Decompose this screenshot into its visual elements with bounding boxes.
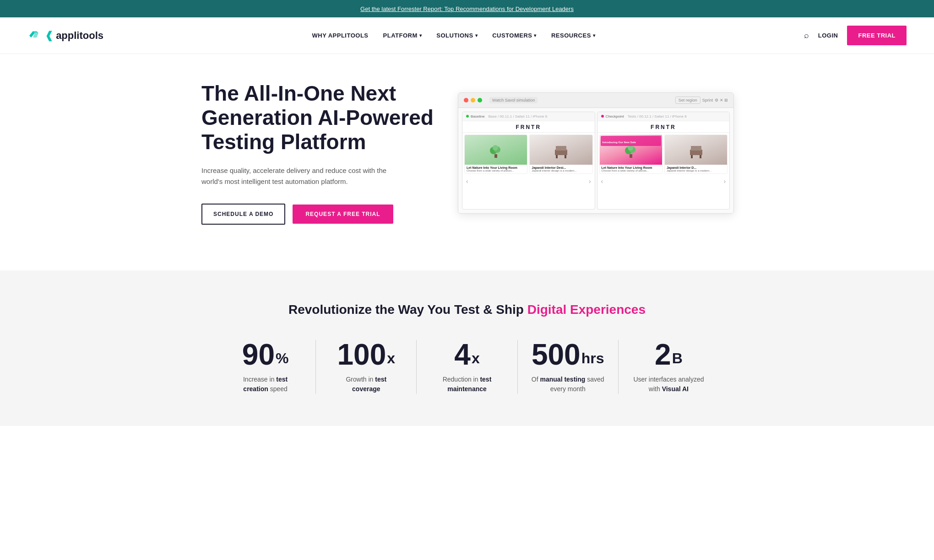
request-trial-button[interactable]: REQUEST A FREE TRIAL	[293, 205, 393, 224]
product-image-wood	[530, 135, 592, 165]
logo[interactable]: ❰ applitools	[27, 28, 103, 43]
stat-desc-test-creation: Increase in testcreation speed	[229, 375, 302, 394]
browser-chrome: Watch Savol simulation Set region Sprint…	[458, 93, 733, 108]
stat-number-500: 500 hrs	[532, 340, 604, 369]
stat-visual-ai: 2 B User interfaces analyzedwith Visual …	[619, 340, 719, 394]
baseline-status-icon	[466, 115, 469, 118]
svg-rect-11	[630, 154, 632, 158]
chevron-down-icon: ▾	[534, 33, 537, 38]
chevron-down-icon: ▾	[419, 33, 422, 38]
stat-desc-test-coverage: Growth in testcoverage	[330, 375, 402, 394]
checkpoint-product-card-2: Japandi Interior D... Japandi interior d…	[664, 135, 728, 174]
applitools-logo-icon	[27, 28, 42, 43]
frntr-brand-checkpoint: FRNTR	[597, 121, 730, 133]
next-arrow-icon[interactable]: ›	[589, 178, 591, 185]
nav-item-solutions[interactable]: SOLUTIONS ▾	[436, 32, 478, 39]
nav-item-resources[interactable]: RESOURCES ▾	[551, 32, 595, 39]
stat-test-coverage: 100 x Growth in testcoverage	[316, 340, 417, 394]
card-with-diff: Introducing Our New Sale	[600, 135, 662, 165]
frntr-brand-baseline: FRNTR	[462, 121, 595, 133]
nav-item-platform[interactable]: PLATFORM ▾	[383, 32, 422, 39]
forrester-report-link[interactable]: Get the latest Forrester Report: Top Rec…	[360, 5, 574, 12]
hero-content: The All-In-One Next Generation AI-Powere…	[201, 81, 440, 225]
stat-number-2: 2 B	[632, 340, 705, 369]
checkpoint-prev-arrow-icon[interactable]: ‹	[601, 178, 603, 185]
close-window-icon	[464, 98, 468, 102]
search-icon[interactable]: ⌕	[804, 31, 809, 40]
stats-grid: 90 % Increase in testcreation speed 100 …	[215, 340, 719, 394]
hero-screenshot: Watch Savol simulation Set region Sprint…	[458, 92, 734, 214]
product-image-diff: Introducing Our New Sale	[600, 135, 662, 165]
stats-heading: Revolutionize the Way You Test & Ship Di…	[27, 302, 907, 317]
checkpoint-panel: Checkpoint Tests / 00.12.1 / Safari 11 /…	[597, 112, 730, 210]
svg-rect-9	[565, 155, 566, 158]
baseline-panel-header: Baseline Base / 00.11.1 / Safari 11 / iP…	[462, 112, 595, 121]
chevron-down-icon: ▾	[593, 33, 596, 38]
logo-name: ❰ applitools	[45, 30, 103, 42]
top-banner: Get the latest Forrester Report: Top Rec…	[0, 0, 934, 17]
hero-section: The All-In-One Next Generation AI-Powere…	[147, 54, 787, 261]
toolbar-icons: ⚙ ✕ ⊞	[715, 98, 728, 102]
free-trial-button[interactable]: FREE TRIAL	[847, 26, 907, 45]
nav-item-why[interactable]: WHY APPLITOOLS	[312, 32, 368, 39]
product-card-2-text: Japandi Interior Desi... Japandi interio…	[530, 165, 592, 173]
stat-test-maintenance: 4 x Reduction in testmaintenance	[417, 340, 517, 394]
stats-section: Revolutionize the Way You Test & Ship Di…	[0, 270, 934, 426]
checkpoint-label: Checkpoint	[606, 114, 624, 118]
browser-window-controls	[464, 98, 482, 102]
set-region-button[interactable]: Set region	[675, 97, 700, 104]
checkpoint-carousel-nav: ‹ ›	[597, 176, 730, 187]
svg-point-6	[493, 145, 498, 151]
prev-arrow-icon[interactable]: ‹	[466, 178, 468, 185]
checkpoint-card-2-text: Japandi Interior D... Japandi interior d…	[665, 165, 727, 173]
checkpoint-next-arrow-icon[interactable]: ›	[724, 178, 726, 185]
svg-rect-17	[700, 155, 701, 158]
stat-manual-testing: 500 hrs Of manual testing savedevery mon…	[518, 340, 619, 394]
stat-number-90: 90 %	[229, 340, 302, 369]
schedule-demo-button[interactable]: SCHEDULE A DEMO	[201, 204, 285, 225]
product-card-1: Let Nature Into Your Living Room Choose …	[464, 135, 527, 174]
diff-text: Introducing Our New Sale	[603, 141, 636, 144]
svg-rect-8	[556, 155, 558, 158]
expand-window-icon	[478, 98, 482, 102]
product-image-plant	[465, 135, 527, 165]
baseline-products: Let Nature Into Your Living Room Choose …	[462, 133, 595, 176]
baseline-panel: Baseline Base / 00.11.1 / Safari 11 / iP…	[462, 112, 595, 210]
svg-rect-10	[556, 146, 566, 151]
stat-desc-test-maintenance: Reduction in testmaintenance	[430, 375, 503, 394]
comparison-view: Baseline Base / 00.11.1 / Safari 11 / iP…	[458, 108, 733, 213]
checkpoint-device-info: Tests / 00.12.1 / Safari 11 / iPhone 8	[628, 114, 687, 118]
svg-rect-18	[691, 146, 701, 151]
hero-subtitle: Increase quality, accelerate delivery an…	[201, 165, 394, 187]
stat-test-creation: 90 % Increase in testcreation speed	[215, 340, 316, 394]
login-button[interactable]: LOGIN	[818, 32, 838, 39]
furniture-illustration-2	[688, 140, 704, 159]
product-card-1-text: Let Nature Into Your Living Room Choose …	[465, 165, 527, 173]
nav-links: WHY APPLITOOLS PLATFORM ▾ SOLUTIONS ▾ CU…	[312, 32, 595, 39]
svg-rect-16	[691, 155, 693, 158]
carousel-nav: ‹ ›	[462, 176, 595, 187]
chevron-down-icon: ▾	[475, 33, 478, 38]
navbar: ❰ applitools WHY APPLITOOLS PLATFORM ▾ S…	[0, 17, 934, 54]
nav-right: ⌕ LOGIN FREE TRIAL	[804, 26, 907, 45]
svg-rect-3	[494, 154, 497, 158]
baseline-device-info: Base / 00.11.1 / Safari 11 / iPhone 8	[489, 114, 548, 118]
checkpoint-panel-header: Checkpoint Tests / 00.12.1 / Safari 11 /…	[597, 112, 730, 121]
stat-number-100: 100 x	[330, 340, 402, 369]
baseline-label: Baseline	[471, 114, 485, 118]
checkpoint-card-1-text: Let Nature Into Your Living Room Choose …	[600, 165, 662, 173]
product-card-2: Japandi Interior Desi... Japandi interio…	[529, 135, 592, 174]
hero-buttons: SCHEDULE A DEMO REQUEST A FREE TRIAL	[201, 204, 440, 225]
nav-item-customers[interactable]: CUSTOMERS ▾	[492, 32, 537, 39]
stat-desc-visual-ai: User interfaces analyzedwith Visual AI	[632, 375, 705, 394]
checkpoint-status-icon	[601, 115, 604, 118]
stat-number-4: 4 x	[430, 340, 503, 369]
product-screenshot: Watch Savol simulation Set region Sprint…	[458, 92, 734, 214]
furniture-illustration	[553, 140, 569, 159]
stat-desc-manual-testing: Of manual testing savedevery month	[532, 375, 604, 394]
minimize-window-icon	[471, 98, 475, 102]
plant-illustration	[489, 140, 503, 159]
product-image-wood-2	[665, 135, 727, 165]
checkpoint-products: Introducing Our New Sale	[597, 133, 730, 176]
toolbar-watch-label: Watch Savol simulation	[492, 98, 535, 102]
